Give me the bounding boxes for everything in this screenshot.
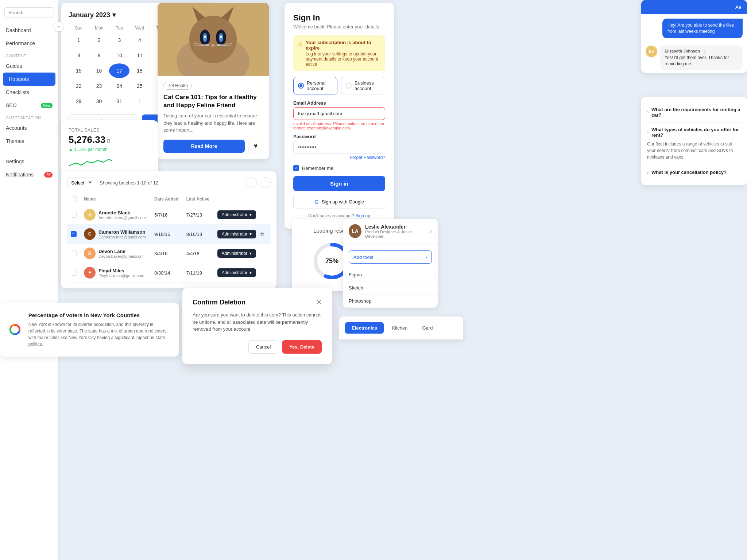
batch-select[interactable]: Select (67, 178, 95, 188)
read-more-button[interactable]: Read More (163, 140, 245, 153)
calendar-day[interactable]: 3 (109, 33, 129, 47)
cancel-button[interactable]: Cancel (248, 340, 278, 354)
row-checkbox-0[interactable] (71, 212, 77, 218)
delete-dialog: Confirm Deletion ✕ Are you sure you want… (182, 288, 332, 364)
calendar-day[interactable]: 16 (89, 63, 109, 78)
calendar-day[interactable]: 17 (109, 63, 129, 78)
calendar-day[interactable]: 25 (129, 79, 150, 93)
blog-card-body: Pet Health Cat Care 101: Tips for a Heal… (158, 76, 269, 159)
forget-password-link[interactable]: Forget Password? (293, 155, 385, 160)
sidebar-item-dashboard[interactable]: Dashboard (0, 24, 58, 37)
tool-option-photoshop[interactable]: Photoshop (343, 295, 438, 308)
row-checkbox-1[interactable] (71, 231, 77, 237)
calendar-day[interactable]: 15 (69, 63, 89, 78)
checklists-label: Checklists (6, 89, 29, 95)
google-signup-button[interactable]: G Sign up with Google (293, 195, 385, 209)
dialog-body: Are you sure you want to delete this ite… (193, 311, 322, 333)
role-badge-2[interactable]: Administrator ▾ (217, 249, 256, 258)
performance-label: Performance (6, 40, 35, 46)
personal-radio (298, 83, 304, 89)
email-input[interactable] (293, 107, 385, 120)
sidebar-item-performance[interactable]: Performance (0, 37, 58, 50)
calendar-day[interactable]: 1 (129, 94, 150, 109)
user-email-3: Floyd.lawson@gmail.com (98, 273, 144, 278)
list-view-button[interactable] (246, 177, 257, 188)
row-checkbox-2[interactable] (71, 250, 77, 256)
faq-question-3[interactable]: › What is your cancellation policy? (647, 170, 741, 175)
role-dropdown-icon: ▾ (249, 270, 252, 275)
dashboard-label: Dashboard (6, 27, 31, 33)
tool-option-figma[interactable]: Figma (343, 268, 438, 281)
calendar-day[interactable]: 11 (129, 48, 150, 63)
signup-link[interactable]: Sign up (355, 213, 370, 218)
pie-chart (9, 311, 21, 348)
calendar-day[interactable]: 30 (89, 94, 109, 109)
personal-account-option[interactable]: Personal account (293, 77, 337, 94)
signin-widget: Sign In Welcome back! Please enter your … (285, 3, 394, 229)
remember-me-checkbox[interactable]: ✓ (293, 165, 299, 171)
grid-view-button[interactable] (260, 177, 271, 188)
dialog-close-button[interactable]: ✕ (316, 298, 322, 306)
calendar-day[interactable]: 10 (109, 48, 129, 63)
row-checkbox-3[interactable] (71, 270, 77, 276)
calendar-day[interactable]: 8 (69, 48, 89, 63)
sidebar-item-settings[interactable]: Settings (0, 155, 58, 168)
tab-kitchen[interactable]: Kitchen (385, 322, 414, 334)
calendar-day[interactable]: 31 (109, 94, 129, 109)
col-last-active: Last Active (183, 193, 214, 205)
select-all-checkbox[interactable] (71, 196, 77, 202)
calendar-day[interactable]: 23 (89, 79, 109, 93)
search-input[interactable] (4, 7, 54, 18)
calendar-day[interactable]: 24 (109, 79, 129, 93)
sidebar-item-checklists[interactable]: Checklists (0, 86, 58, 99)
faq-question-2[interactable]: › What types of vehicles do you offer fo… (647, 127, 741, 138)
faq-chevron-1: › (647, 110, 649, 115)
profile-header[interactable]: LA Leslie Alexander Product Designer & J… (343, 219, 438, 244)
role-badge-0[interactable]: Administrator ▾ (217, 210, 256, 219)
hotspots-label: Hotspots (9, 76, 29, 82)
signin-button[interactable]: Sign in (293, 176, 385, 191)
sidebar-toggle[interactable]: ‹ (54, 22, 63, 31)
role-badge-1[interactable]: Administrator ▾ (217, 230, 256, 238)
faq-question-1[interactable]: › What are the requirements for renting … (647, 107, 741, 118)
faq-item-3: › What is your cancellation policy? (647, 165, 741, 179)
calendar-month-button[interactable]: January 2023 ▾ (69, 11, 116, 19)
calendar-day[interactable]: 18 (129, 63, 150, 78)
google-label: Sign up with Google (322, 199, 364, 205)
password-input[interactable] (293, 141, 385, 153)
calendar-day[interactable]: 2 (89, 33, 109, 47)
tabs-row: Electronics Kitchen Gard (345, 322, 457, 334)
calendar-day[interactable]: 22 (69, 79, 89, 93)
table-view-buttons (246, 177, 271, 188)
tools-select[interactable]: Add tools › (349, 250, 432, 264)
user-email-0: Annette.rivera@gmail.com (98, 215, 146, 220)
calendar-day[interactable]: 29 (69, 94, 89, 109)
tab-electronics[interactable]: Electronics (345, 322, 384, 334)
sidebar-item-hotspots[interactable]: Hotspots (3, 73, 55, 86)
delete-row-icon-1[interactable]: 🗑 (258, 230, 266, 238)
faq-question-text-3: What is your cancellation policy? (651, 170, 741, 175)
sidebar-section-content: CONTENT (0, 50, 58, 59)
google-icon: G (314, 199, 319, 205)
sidebar-item-guides[interactable]: Guides (0, 59, 58, 73)
calendar-day[interactable]: 4 (129, 33, 150, 47)
sidebar-item-seo[interactable]: SEO New (0, 99, 58, 112)
calendar-day[interactable]: 9 (89, 48, 109, 63)
sidebar-item-accounts[interactable]: Accounts (0, 121, 58, 135)
sidebar-item-themes[interactable]: Themes (0, 135, 58, 148)
svg-point-10 (220, 36, 222, 38)
business-account-option[interactable]: Business account (341, 77, 385, 94)
calendar-day[interactable]: 1 (69, 33, 89, 47)
dialog-title: Confirm Deletion (193, 299, 245, 306)
svg-line-13 (194, 46, 209, 46)
chat-widget: Aa Hey! Are you able to send the files f… (641, 0, 747, 73)
sidebar-item-notifications[interactable]: Notifications 23 (0, 168, 58, 181)
tool-option-sketch[interactable]: Sketch (343, 281, 438, 295)
favorite-button[interactable]: ♥ (248, 139, 263, 153)
tab-garden[interactable]: Gard (415, 322, 439, 334)
dialog-header: Confirm Deletion ✕ (193, 298, 322, 306)
password-label: Password (293, 134, 385, 139)
calendar-dropdown-icon: ▾ (112, 11, 116, 19)
role-badge-3[interactable]: Administrator ▾ (217, 268, 256, 277)
delete-button[interactable]: Yes, Delete (282, 340, 322, 354)
